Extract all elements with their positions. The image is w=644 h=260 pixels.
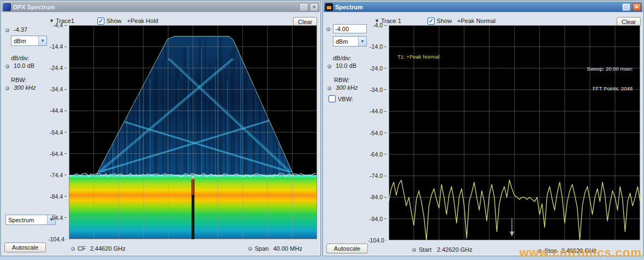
dpx-dbdiv-value[interactable]: 10.0 dB bbox=[14, 62, 34, 69]
y-axis-tick: -54.0 bbox=[368, 130, 387, 136]
spectrum-rbw-value[interactable]: 300 kHz bbox=[336, 84, 358, 91]
spectrum-dbdiv-row: 10.0 dB bbox=[327, 62, 356, 69]
spectrum-ref-level-input[interactable] bbox=[333, 24, 367, 33]
y-axis-tick: -4.4 bbox=[48, 22, 67, 28]
dpx-detector-label[interactable]: +Peak Hold bbox=[127, 18, 158, 24]
spectrum-rbw-anchor-icon[interactable] bbox=[327, 86, 331, 90]
spectrum-restore-button[interactable]: □ bbox=[622, 3, 630, 11]
dpx-unit-value: dBm bbox=[11, 38, 38, 44]
dpx-ref-level-row: -4.37 bbox=[5, 26, 27, 33]
spectrum-unit-chevron-down-icon: ▼ bbox=[358, 37, 366, 46]
spectrum-unit-value: dBm bbox=[333, 38, 358, 45]
spectrum-chart-canvas[interactable]: T1: +Peak Normal Sweep: 20.00 msec FFT P… bbox=[389, 25, 640, 240]
dpx-spectrum-window: DPX Spectrum □ ✕ ▼ Trace1 ✓ Show +Peak H… bbox=[1, 1, 321, 256]
dpx-ref-anchor-icon[interactable] bbox=[5, 28, 9, 32]
spectrum-start-row: Start 2.42620 GHz bbox=[412, 246, 472, 253]
spectrum-show-label: Show bbox=[437, 18, 452, 24]
dpx-show-checkbox[interactable]: ✓ bbox=[97, 18, 104, 25]
y-axis-tick: -104.0 bbox=[368, 238, 387, 243]
spectrum-ref-anchor-icon[interactable] bbox=[326, 27, 330, 31]
spectrum-detector-label[interactable]: +Peak Normal bbox=[457, 18, 495, 24]
dpx-y-axis: -4.4-14.4-24.4-34.4-44.4-54.4-64.4-74.4-… bbox=[48, 25, 67, 239]
dpx-dbdiv-row: 10.0 dB bbox=[5, 62, 34, 69]
y-axis-tick: -44.0 bbox=[368, 108, 387, 114]
dpx-autoscale-button[interactable]: Autoscale bbox=[4, 242, 46, 252]
spectrum-dbdiv-label: dB/div: bbox=[333, 55, 352, 61]
spectrum-show-checkbox[interactable]: ✓ bbox=[428, 18, 435, 25]
y-axis-tick: -74.0 bbox=[368, 173, 387, 178]
dpx-restore-button[interactable]: □ bbox=[300, 3, 308, 11]
spectrum-start-label[interactable]: Start bbox=[419, 246, 431, 253]
dpx-cf-value[interactable]: 2.44620 GHz bbox=[90, 245, 126, 252]
dpx-ref-level-value[interactable]: -4.37 bbox=[14, 26, 27, 33]
spectrum-sweep-annotation: Sweep: 20.00 msec FFT Points: 2048 bbox=[587, 53, 633, 105]
spectrum-y-axis: -4.0-14.0-24.0-34.0-44.0-54.0-64.0-74.0-… bbox=[368, 25, 387, 240]
dpx-unit-chevron-down-icon: ▼ bbox=[38, 36, 46, 45]
dpx-show-label: Show bbox=[107, 18, 122, 24]
dpx-span-row: Span 40.00 MHz bbox=[248, 245, 302, 252]
dpx-close-button[interactable]: ✕ bbox=[310, 3, 318, 11]
spectrum-window-title: Spectrum bbox=[335, 4, 620, 10]
dpx-dbdiv-anchor-icon[interactable] bbox=[5, 65, 9, 68]
dpx-cf-label[interactable]: CF bbox=[78, 245, 86, 252]
y-axis-tick: -104.4 bbox=[48, 236, 67, 242]
y-axis-tick: -74.4 bbox=[48, 172, 67, 178]
dpx-unit-dropdown[interactable]: dBm ▼ bbox=[11, 36, 47, 46]
y-axis-tick: -54.4 bbox=[48, 130, 67, 135]
dpx-cf-anchor-icon[interactable] bbox=[71, 247, 75, 251]
spectrum-titlebar[interactable]: Spectrum □ ✕ bbox=[324, 2, 642, 12]
dpx-rbw-label: RBW: bbox=[11, 77, 27, 83]
dpx-display-value: Spectrum bbox=[6, 217, 47, 223]
y-axis-tick: -24.0 bbox=[368, 66, 387, 71]
spectrum-vbw-label: VBW: bbox=[338, 96, 353, 102]
dpx-chart-canvas[interactable] bbox=[69, 25, 317, 239]
spectrum-autoscale-button[interactable]: Autoscale bbox=[326, 244, 368, 253]
spectrum-vbw-checkbox[interactable] bbox=[329, 95, 336, 102]
spectrum-rbw-label: RBW: bbox=[334, 77, 350, 83]
dpx-window-icon bbox=[3, 3, 11, 11]
spectrum-vbw-row: VBW: bbox=[329, 95, 353, 102]
dpx-persistence-plot bbox=[69, 25, 317, 239]
spectrum-start-value[interactable]: 2.42620 GHz bbox=[437, 246, 472, 253]
y-axis-tick: -94.0 bbox=[368, 216, 387, 222]
spectrum-fft-points: FFT Points: 2048 bbox=[587, 85, 633, 92]
spectrum-unit-dropdown[interactable]: dBm ▼ bbox=[333, 36, 367, 47]
dpx-span-value[interactable]: 40.00 MHz bbox=[273, 245, 302, 252]
spectrum-ref-level-row bbox=[326, 24, 367, 33]
spectrum-rbw-row: 300 kHz bbox=[327, 84, 358, 91]
dpx-span-anchor-icon[interactable] bbox=[248, 247, 252, 251]
spectrum-sweep-value: Sweep: 20.00 msec bbox=[587, 66, 633, 72]
y-axis-tick: -34.0 bbox=[368, 87, 387, 93]
spectrum-dbdiv-value[interactable]: 10.0 dB bbox=[336, 62, 356, 69]
y-axis-tick: -14.4 bbox=[48, 44, 67, 49]
y-axis-tick: -4.0 bbox=[368, 22, 387, 28]
dpx-titlebar[interactable]: DPX Spectrum □ ✕ bbox=[2, 2, 320, 12]
dpx-cf-row: CF 2.44620 GHz bbox=[71, 245, 126, 252]
y-axis-tick: -24.4 bbox=[48, 65, 67, 71]
dpx-span-label[interactable]: Span bbox=[255, 245, 269, 252]
spectrum-window: Spectrum □ ✕ ▼ Trace 1 ✓ Show +Peak Norm… bbox=[323, 1, 643, 256]
y-axis-tick: -84.4 bbox=[48, 194, 67, 199]
dpx-trace-controls: ▼ Trace1 ✓ Show +Peak Hold bbox=[49, 16, 213, 26]
spectrum-trace-controls: ▼ Trace 1 ✓ Show +Peak Normal bbox=[374, 16, 544, 26]
y-axis-tick: -64.4 bbox=[48, 151, 67, 157]
y-axis-tick: -94.4 bbox=[48, 215, 67, 221]
spectrum-start-anchor-icon[interactable] bbox=[412, 248, 416, 252]
y-axis-tick: -14.0 bbox=[368, 44, 387, 49]
dpx-rbw-anchor-icon[interactable] bbox=[5, 86, 9, 90]
spectrum-close-button[interactable]: ✕ bbox=[633, 3, 641, 11]
y-axis-tick: -84.0 bbox=[368, 194, 387, 200]
y-axis-tick: -34.4 bbox=[48, 86, 67, 92]
spectrum-window-icon bbox=[325, 3, 333, 11]
dpx-rbw-value[interactable]: 300 kHz bbox=[14, 84, 36, 91]
y-axis-tick: -44.4 bbox=[48, 108, 67, 113]
dpx-dbdiv-label: dB/div: bbox=[11, 55, 30, 61]
dpx-window-title: DPX Spectrum bbox=[13, 4, 297, 10]
spectrum-dbdiv-anchor-icon[interactable] bbox=[327, 65, 331, 68]
spectrum-trace-annotation: T1: +Peak Normal bbox=[397, 54, 440, 60]
watermark-text: www.cntronics.com bbox=[519, 246, 642, 260]
y-axis-tick: -64.0 bbox=[368, 152, 387, 157]
dpx-rbw-row: 300 kHz bbox=[5, 84, 36, 91]
